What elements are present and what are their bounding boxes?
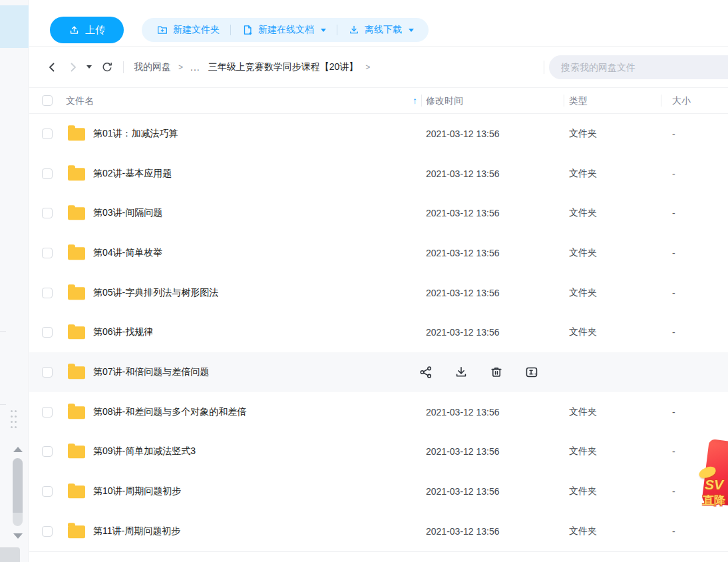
history-dropdown-icon[interactable] [87,65,92,69]
breadcrumb-current[interactable]: 三年级上竞赛数学同步课程【20讲】 [208,61,359,73]
column-header-type[interactable]: 类型 [569,88,588,114]
new-folder-button[interactable]: 新建文件夹 [156,24,220,36]
row-checkbox[interactable] [42,168,53,179]
file-name[interactable]: 第04讲-简单枚举 [93,247,162,259]
file-name[interactable]: 第10讲-周期问题初步 [93,485,181,497]
share-icon[interactable] [418,364,434,380]
folder-icon [68,406,85,419]
drag-handle-icon[interactable] [11,410,13,412]
upload-button[interactable]: 上传 [50,17,124,43]
row-checkbox[interactable] [42,446,53,457]
file-modified: 2021-03-12 13:56 [426,248,500,258]
table-row[interactable]: 第09讲-简单加减法竖式3 2021-03-12 13:56 文件夹 - [29,432,728,472]
file-type: 文件夹 [569,247,597,259]
download-icon[interactable] [453,364,469,380]
file-name[interactable]: 第01讲：加减法巧算 [93,128,178,140]
file-modified: 2021-03-12 13:56 [426,327,500,338]
promo-badge[interactable]: SV 直降 [699,439,728,518]
file-name[interactable]: 第06讲-找规律 [93,326,153,338]
table-row[interactable]: 第08讲-和差问题与多个对象的和差倍 2021-03-12 13:56 文件夹 … [29,392,728,432]
toolbar-separator [337,25,337,35]
file-name[interactable]: 第07讲-和倍问题与差倍问题 [93,366,209,378]
table-row[interactable]: 第02讲-基本应用题 2021-03-12 13:56 文件夹 - [29,154,728,194]
rename-icon[interactable] [524,364,540,380]
file-name[interactable]: 第03讲-间隔问题 [93,207,162,219]
file-type: 文件夹 [569,287,597,299]
column-header-size[interactable]: 大小 [672,88,691,114]
table-row[interactable]: 第01讲：加减法巧算 2021-03-12 13:56 文件夹 - [29,114,728,154]
offline-download-icon [348,24,360,36]
file-name[interactable]: 第05讲-字典排列法与树形图法 [93,287,218,299]
delete-icon[interactable] [488,364,504,380]
chevron-down-icon [321,29,326,32]
column-divider [661,95,661,107]
sidebar-edge [0,0,29,562]
file-type: 文件夹 [569,445,597,457]
row-checkbox[interactable] [42,407,53,418]
file-size: - [672,248,675,258]
file-modified: 2021-03-12 13:56 [426,208,500,218]
file-name[interactable]: 第02讲-基本应用题 [93,168,172,180]
row-checkbox[interactable] [42,367,53,378]
column-divider [564,95,564,107]
back-button[interactable] [47,62,57,73]
select-all-checkbox[interactable] [42,95,53,106]
divider [544,61,544,74]
file-name[interactable]: 第09讲-简单加减法竖式3 [93,445,196,457]
column-header-name[interactable]: 文件名 [66,88,94,114]
sidebar-selected-item-edge[interactable] [0,5,29,48]
new-online-doc-button[interactable]: 新建在线文档 [242,24,326,36]
file-name[interactable]: 第08讲-和差问题与多个对象的和差倍 [93,406,246,418]
folder-icon [68,485,85,498]
breadcrumb-ellipsis[interactable]: ... [190,62,200,73]
row-checkbox[interactable] [42,327,53,338]
folder-icon [68,327,85,340]
table-row[interactable]: 第03讲-间隔问题 2021-03-12 13:56 文件夹 - [29,193,728,233]
breadcrumb-root[interactable]: 我的网盘 [134,61,171,73]
row-checkbox[interactable] [42,248,53,258]
breadcrumb-bar: 我的网盘 > ... 三年级上竞赛数学同步课程【20讲】 > [29,47,728,88]
table-header: 文件名 ↑ 修改时间 类型 大小 [29,88,728,114]
sort-ascending-icon[interactable]: ↑ [413,88,417,114]
row-checkbox[interactable] [42,526,53,537]
file-modified: 2021-03-12 13:56 [426,446,500,457]
folder-icon [68,287,85,300]
file-type: 文件夹 [569,128,597,140]
file-size: - [672,129,675,139]
forward-button[interactable] [68,62,79,73]
folder-icon [68,247,85,260]
scroll-down-arrow[interactable] [13,533,23,539]
table-row[interactable]: 第05讲-字典排列法与树形图法 2021-03-12 13:56 文件夹 - [29,273,728,313]
row-checkbox[interactable] [42,486,53,497]
table-row[interactable]: 第11讲-周期问题初步 2021-03-12 13:56 文件夹 - [29,511,728,551]
file-modified: 2021-03-12 13:56 [426,168,500,179]
table-row[interactable]: 第07讲-和倍问题与差倍问题 [29,352,728,392]
toolbar: 上传 新建文件夹 新建在线文档 [29,0,728,47]
table-row[interactable]: 第06讲-找规律 2021-03-12 13:56 文件夹 - [29,312,728,352]
file-size: - [672,446,675,457]
row-checkbox[interactable] [42,288,53,298]
table-row[interactable]: 第04讲-简单枚举 2021-03-12 13:56 文件夹 - [29,233,728,273]
folder-icon [68,168,85,180]
file-modified: 2021-03-12 13:56 [426,407,500,418]
column-header-modified[interactable]: 修改时间 [426,88,463,114]
chevron-down-icon [409,29,414,32]
row-checkbox[interactable] [42,129,53,139]
file-size: - [672,288,675,298]
row-actions [418,364,540,380]
file-type: 文件夹 [569,406,597,418]
offline-download-button[interactable]: 离线下载 [348,24,414,36]
search-input[interactable] [561,62,721,73]
scrollbar-thumb[interactable] [13,458,23,526]
table-row[interactable]: 第10讲-周期问题初步 2021-03-12 13:56 文件夹 - [29,471,728,511]
file-name[interactable]: 第11讲-周期问题初步 [93,525,180,537]
divider [123,61,124,73]
toolbar-group: 新建文件夹 新建在线文档 离线下载 [142,18,429,42]
row-checkbox[interactable] [42,208,53,218]
file-size: - [672,327,675,338]
refresh-button[interactable] [101,61,113,73]
folder-icon [68,207,85,220]
scroll-up-arrow[interactable] [13,447,23,452]
search-box[interactable] [549,55,728,79]
sidebar-bottom-block [0,547,20,562]
